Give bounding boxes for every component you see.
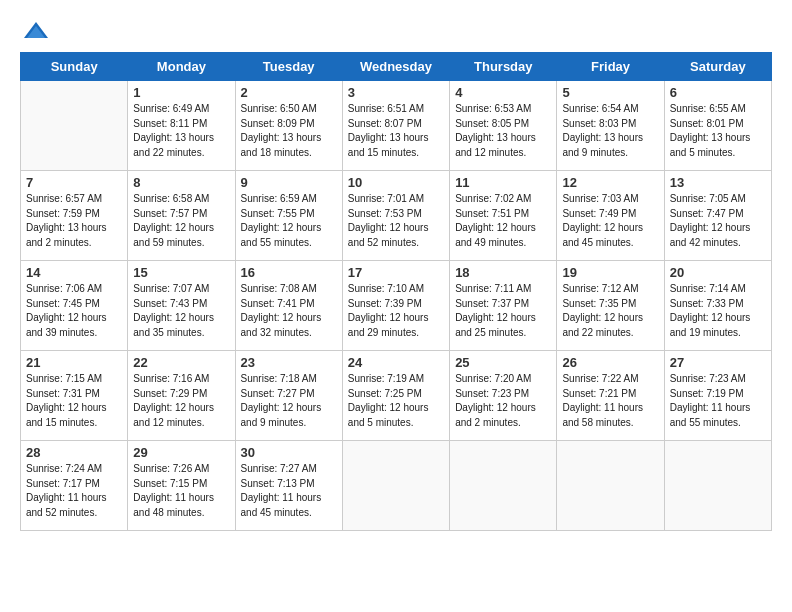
day-number: 8 [133, 175, 229, 190]
calendar-cell: 5Sunrise: 6:54 AM Sunset: 8:03 PM Daylig… [557, 81, 664, 171]
day-info: Sunrise: 7:26 AM Sunset: 7:15 PM Dayligh… [133, 462, 229, 520]
day-number: 23 [241, 355, 337, 370]
calendar-cell: 12Sunrise: 7:03 AM Sunset: 7:49 PM Dayli… [557, 171, 664, 261]
day-number: 14 [26, 265, 122, 280]
day-info: Sunrise: 7:11 AM Sunset: 7:37 PM Dayligh… [455, 282, 551, 340]
calendar-cell: 27Sunrise: 7:23 AM Sunset: 7:19 PM Dayli… [664, 351, 771, 441]
page-header [20, 20, 772, 42]
day-info: Sunrise: 7:08 AM Sunset: 7:41 PM Dayligh… [241, 282, 337, 340]
day-info: Sunrise: 6:50 AM Sunset: 8:09 PM Dayligh… [241, 102, 337, 160]
calendar-cell: 24Sunrise: 7:19 AM Sunset: 7:25 PM Dayli… [342, 351, 449, 441]
day-number: 19 [562, 265, 658, 280]
day-info: Sunrise: 6:54 AM Sunset: 8:03 PM Dayligh… [562, 102, 658, 160]
calendar-week-row: 28Sunrise: 7:24 AM Sunset: 7:17 PM Dayli… [21, 441, 772, 531]
day-info: Sunrise: 7:27 AM Sunset: 7:13 PM Dayligh… [241, 462, 337, 520]
day-info: Sunrise: 7:18 AM Sunset: 7:27 PM Dayligh… [241, 372, 337, 430]
calendar-cell: 1Sunrise: 6:49 AM Sunset: 8:11 PM Daylig… [128, 81, 235, 171]
day-number: 29 [133, 445, 229, 460]
calendar-cell [342, 441, 449, 531]
day-number: 30 [241, 445, 337, 460]
day-info: Sunrise: 7:16 AM Sunset: 7:29 PM Dayligh… [133, 372, 229, 430]
calendar-table: SundayMondayTuesdayWednesdayThursdayFrid… [20, 52, 772, 531]
calendar-cell [21, 81, 128, 171]
calendar-cell: 25Sunrise: 7:20 AM Sunset: 7:23 PM Dayli… [450, 351, 557, 441]
day-number: 16 [241, 265, 337, 280]
col-header-sunday: Sunday [21, 53, 128, 81]
calendar-cell: 10Sunrise: 7:01 AM Sunset: 7:53 PM Dayli… [342, 171, 449, 261]
day-number: 13 [670, 175, 766, 190]
col-header-tuesday: Tuesday [235, 53, 342, 81]
col-header-saturday: Saturday [664, 53, 771, 81]
calendar-cell: 15Sunrise: 7:07 AM Sunset: 7:43 PM Dayli… [128, 261, 235, 351]
calendar-cell: 14Sunrise: 7:06 AM Sunset: 7:45 PM Dayli… [21, 261, 128, 351]
day-number: 21 [26, 355, 122, 370]
calendar-cell: 20Sunrise: 7:14 AM Sunset: 7:33 PM Dayli… [664, 261, 771, 351]
day-number: 15 [133, 265, 229, 280]
day-info: Sunrise: 7:01 AM Sunset: 7:53 PM Dayligh… [348, 192, 444, 250]
day-info: Sunrise: 7:14 AM Sunset: 7:33 PM Dayligh… [670, 282, 766, 340]
day-number: 10 [348, 175, 444, 190]
col-header-thursday: Thursday [450, 53, 557, 81]
calendar-cell: 26Sunrise: 7:22 AM Sunset: 7:21 PM Dayli… [557, 351, 664, 441]
day-number: 17 [348, 265, 444, 280]
calendar-cell: 23Sunrise: 7:18 AM Sunset: 7:27 PM Dayli… [235, 351, 342, 441]
calendar-cell: 28Sunrise: 7:24 AM Sunset: 7:17 PM Dayli… [21, 441, 128, 531]
calendar-cell: 8Sunrise: 6:58 AM Sunset: 7:57 PM Daylig… [128, 171, 235, 261]
day-info: Sunrise: 7:19 AM Sunset: 7:25 PM Dayligh… [348, 372, 444, 430]
day-info: Sunrise: 6:49 AM Sunset: 8:11 PM Dayligh… [133, 102, 229, 160]
calendar-cell: 3Sunrise: 6:51 AM Sunset: 8:07 PM Daylig… [342, 81, 449, 171]
calendar-cell: 6Sunrise: 6:55 AM Sunset: 8:01 PM Daylig… [664, 81, 771, 171]
calendar-cell: 2Sunrise: 6:50 AM Sunset: 8:09 PM Daylig… [235, 81, 342, 171]
calendar-cell: 4Sunrise: 6:53 AM Sunset: 8:05 PM Daylig… [450, 81, 557, 171]
calendar-cell: 17Sunrise: 7:10 AM Sunset: 7:39 PM Dayli… [342, 261, 449, 351]
day-info: Sunrise: 7:05 AM Sunset: 7:47 PM Dayligh… [670, 192, 766, 250]
calendar-cell: 16Sunrise: 7:08 AM Sunset: 7:41 PM Dayli… [235, 261, 342, 351]
calendar-cell: 22Sunrise: 7:16 AM Sunset: 7:29 PM Dayli… [128, 351, 235, 441]
day-number: 18 [455, 265, 551, 280]
day-info: Sunrise: 6:53 AM Sunset: 8:05 PM Dayligh… [455, 102, 551, 160]
calendar-week-row: 21Sunrise: 7:15 AM Sunset: 7:31 PM Dayli… [21, 351, 772, 441]
day-number: 22 [133, 355, 229, 370]
day-number: 27 [670, 355, 766, 370]
day-number: 3 [348, 85, 444, 100]
day-info: Sunrise: 7:02 AM Sunset: 7:51 PM Dayligh… [455, 192, 551, 250]
calendar-week-row: 1Sunrise: 6:49 AM Sunset: 8:11 PM Daylig… [21, 81, 772, 171]
calendar-cell: 11Sunrise: 7:02 AM Sunset: 7:51 PM Dayli… [450, 171, 557, 261]
day-info: Sunrise: 7:12 AM Sunset: 7:35 PM Dayligh… [562, 282, 658, 340]
col-header-monday: Monday [128, 53, 235, 81]
day-info: Sunrise: 6:58 AM Sunset: 7:57 PM Dayligh… [133, 192, 229, 250]
calendar-week-row: 14Sunrise: 7:06 AM Sunset: 7:45 PM Dayli… [21, 261, 772, 351]
day-number: 1 [133, 85, 229, 100]
day-number: 20 [670, 265, 766, 280]
day-number: 2 [241, 85, 337, 100]
calendar-cell: 21Sunrise: 7:15 AM Sunset: 7:31 PM Dayli… [21, 351, 128, 441]
calendar-week-row: 7Sunrise: 6:57 AM Sunset: 7:59 PM Daylig… [21, 171, 772, 261]
day-number: 25 [455, 355, 551, 370]
calendar-cell: 18Sunrise: 7:11 AM Sunset: 7:37 PM Dayli… [450, 261, 557, 351]
day-number: 24 [348, 355, 444, 370]
day-number: 7 [26, 175, 122, 190]
col-header-friday: Friday [557, 53, 664, 81]
col-header-wednesday: Wednesday [342, 53, 449, 81]
day-number: 6 [670, 85, 766, 100]
day-info: Sunrise: 6:51 AM Sunset: 8:07 PM Dayligh… [348, 102, 444, 160]
day-number: 4 [455, 85, 551, 100]
day-number: 9 [241, 175, 337, 190]
day-number: 5 [562, 85, 658, 100]
day-info: Sunrise: 7:03 AM Sunset: 7:49 PM Dayligh… [562, 192, 658, 250]
day-info: Sunrise: 7:07 AM Sunset: 7:43 PM Dayligh… [133, 282, 229, 340]
day-info: Sunrise: 7:24 AM Sunset: 7:17 PM Dayligh… [26, 462, 122, 520]
day-info: Sunrise: 7:20 AM Sunset: 7:23 PM Dayligh… [455, 372, 551, 430]
calendar-cell [664, 441, 771, 531]
day-number: 28 [26, 445, 122, 460]
day-info: Sunrise: 7:22 AM Sunset: 7:21 PM Dayligh… [562, 372, 658, 430]
day-number: 12 [562, 175, 658, 190]
day-info: Sunrise: 6:55 AM Sunset: 8:01 PM Dayligh… [670, 102, 766, 160]
day-number: 26 [562, 355, 658, 370]
calendar-cell [557, 441, 664, 531]
calendar-cell: 29Sunrise: 7:26 AM Sunset: 7:15 PM Dayli… [128, 441, 235, 531]
logo [20, 20, 52, 42]
day-info: Sunrise: 7:10 AM Sunset: 7:39 PM Dayligh… [348, 282, 444, 340]
calendar-cell: 19Sunrise: 7:12 AM Sunset: 7:35 PM Dayli… [557, 261, 664, 351]
day-info: Sunrise: 6:59 AM Sunset: 7:55 PM Dayligh… [241, 192, 337, 250]
